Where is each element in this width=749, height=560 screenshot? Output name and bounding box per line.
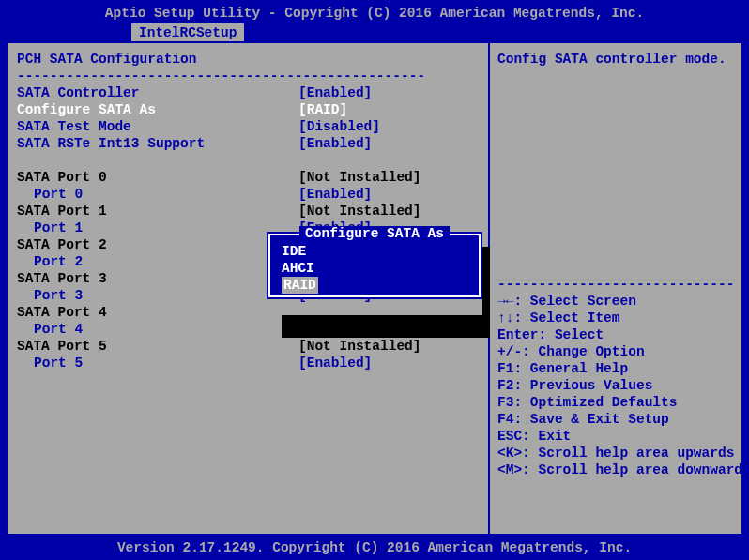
value: [Disabled]: [298, 118, 380, 135]
label: SATA Test Mode: [17, 118, 298, 135]
tab-intelrcsetup[interactable]: IntelRCSetup: [131, 23, 244, 42]
value: [Enabled]: [298, 84, 372, 101]
help-key-screen: →←: Select Screen: [497, 293, 734, 310]
popup-title: Configure SATA As: [270, 225, 479, 242]
popup-option-ide[interactable]: IDE: [282, 243, 467, 260]
popup-option-raid[interactable]: RAID: [282, 277, 318, 294]
row-rste-int13[interactable]: SATA RSTe Int13 Support [Enabled]: [17, 135, 479, 152]
popup-option-ahci[interactable]: AHCI: [282, 260, 467, 277]
row-port0: SATA Port 0 [Not Installed]: [17, 169, 479, 186]
label: SATA Controller: [17, 84, 298, 101]
label: SATA RSTe Int13 Support: [17, 135, 298, 152]
label: SATA Port 0: [17, 169, 298, 186]
help-key-m: <M>: Scroll help area downwards: [497, 462, 734, 478]
value: [Enabled]: [298, 355, 372, 371]
label: Port 4: [17, 321, 298, 338]
help-key-k: <K>: Scroll help area upwards: [497, 445, 734, 462]
label: SATA Port 5: [17, 338, 298, 355]
label: SATA Port 3: [17, 270, 298, 287]
popup-configure-sata-as[interactable]: Configure SATA As IDE AHCI RAID: [267, 232, 482, 299]
status: [Not Installed]: [298, 338, 421, 355]
row-port1: SATA Port 1 [Not Installed]: [17, 203, 479, 219]
row-port0-enable[interactable]: Port 0 [Enabled]: [17, 186, 479, 203]
row-sata-test-mode[interactable]: SATA Test Mode [Disabled]: [17, 118, 479, 135]
label: Port 5: [17, 355, 298, 371]
value: [Enabled]: [298, 186, 372, 203]
row-port5-enable[interactable]: Port 5 [Enabled]: [17, 355, 479, 371]
row-configure-sata-as[interactable]: Configure SATA As [RAID]: [17, 101, 479, 118]
label: Port 1: [17, 219, 298, 236]
label: Port 3: [17, 287, 298, 304]
status: [Not Installed]: [298, 203, 421, 219]
tab-row: IntelRCSetup: [0, 23, 749, 42]
footer: Version 2.17.1249. Copyright (C) 2016 Am…: [0, 539, 749, 556]
row-sata-controller[interactable]: SATA Controller [Enabled]: [17, 84, 479, 101]
label: Port 0: [17, 186, 298, 203]
help-text: Config SATA controller mode.: [497, 51, 734, 276]
value: [Enabled]: [298, 135, 372, 152]
help-panel: Config SATA controller mode. -----------…: [488, 43, 741, 534]
status: [Not Installed]: [298, 169, 421, 186]
label: SATA Port 4: [17, 304, 298, 321]
help-key-esc: ESC: Exit: [497, 428, 734, 445]
value: [RAID]: [298, 101, 347, 118]
help-key-f4: F4: Save & Exit Setup: [497, 411, 734, 428]
title-bar: Aptio Setup Utility - Copyright (C) 2016…: [0, 0, 749, 23]
help-key-f2: F2: Previous Values: [497, 377, 734, 394]
help-key-f3: F3: Optimized Defaults: [497, 394, 734, 411]
help-key-enter: Enter: Select: [497, 326, 734, 343]
row-port5: SATA Port 5 [Not Installed]: [17, 338, 479, 355]
label: Configure SATA As: [17, 101, 298, 118]
label: SATA Port 1: [17, 203, 298, 219]
divider: ----------------------------------------…: [17, 68, 479, 84]
help-key-change: +/-: Change Option: [497, 343, 734, 360]
popup-shadow-right: [482, 247, 490, 338]
label: SATA Port 2: [17, 236, 298, 253]
help-key-item: ↑↓: Select Item: [497, 310, 734, 326]
section-title: PCH SATA Configuration: [17, 51, 479, 68]
help-keys: →←: Select Screen ↑↓: Select Item Enter:…: [497, 293, 734, 478]
help-divider: -----------------------------: [497, 276, 734, 293]
popup-shadow: [282, 315, 490, 338]
label: Port 2: [17, 253, 298, 270]
help-key-f1: F1: General Help: [497, 360, 734, 377]
